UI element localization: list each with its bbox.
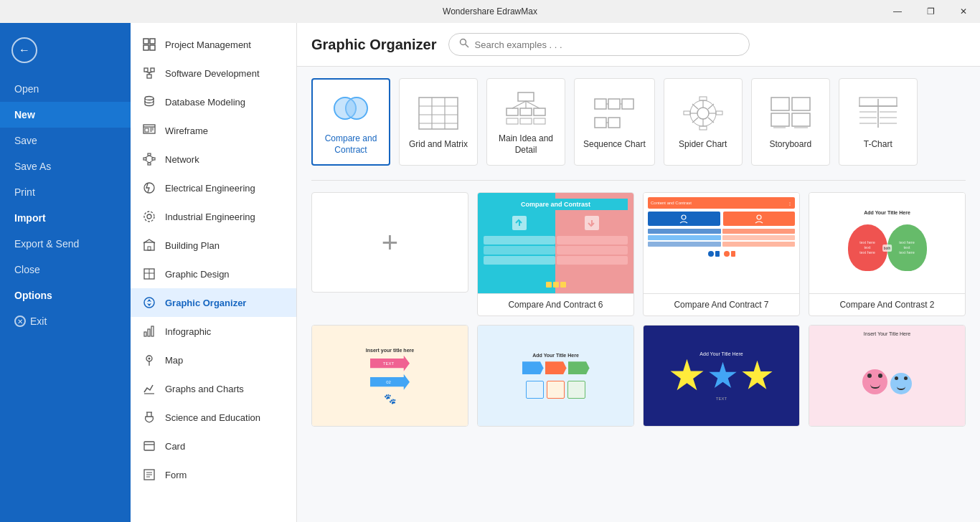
sidebar-item-new[interactable]: New [0,102,131,128]
sidebar-item-import[interactable]: Import [0,205,131,231]
close-button[interactable]: ✕ [947,0,980,23]
storyboard-icon [769,94,812,133]
svg-rect-78 [595,118,606,128]
svg-line-87 [692,104,698,109]
search-box[interactable] [448,33,750,56]
example-card-bottom1[interactable]: Insert your title here TEXT 02 [311,325,468,427]
sidebar-item-close[interactable]: Close [0,257,131,283]
template-card-t-chart[interactable]: T-Chart [839,78,918,166]
sidebar-item-export[interactable]: Export & Send [0,231,131,257]
sidebar-item-options[interactable]: Options [0,283,131,308]
software-icon [142,66,156,80]
category-item-database[interactable]: Database Modeling [131,87,296,116]
category-label: Building Plan [165,240,220,251]
svg-rect-13 [145,128,149,132]
template-card-spider-chart[interactable]: Spider Chart [664,78,743,166]
sidebar-item-open[interactable]: Open [0,76,131,102]
svg-rect-29 [148,247,151,250]
category-label: Form [165,470,187,480]
content-scroll-area[interactable]: Compare andContract [297,67,980,522]
graphs-icon [142,381,156,396]
category-item-science[interactable]: Science and Education [131,403,296,432]
svg-line-88 [708,118,714,123]
svg-point-112 [682,215,686,219]
svg-rect-38 [151,326,154,336]
template-card-compare-contract[interactable]: Compare andContract [311,78,390,166]
svg-point-26 [147,214,151,219]
category-label: Wireframe [165,125,208,136]
category-item-network[interactable]: Network [131,145,296,174]
example-card-bottom2[interactable]: Add Your Title Here [477,325,634,427]
template-card-main-idea[interactable]: Main Idea andDetail [486,78,565,166]
category-item-building[interactable]: Building Plan [131,231,296,260]
svg-rect-98 [792,113,810,126]
svg-rect-97 [771,113,789,126]
category-item-industrial[interactable]: Industrial Engineering [131,202,296,231]
category-item-graphic-organizer[interactable]: Graphic Organizer [131,288,296,317]
example-card-bottom4[interactable]: Insert Your Title Here [809,325,966,427]
example-image-cc2: Add Your Title Here text heretexttext he… [809,193,965,293]
category-item-project-mgmt[interactable]: Project Management [131,30,296,59]
svg-rect-73 [595,99,606,109]
template-label: Compare andContract [325,133,377,156]
sidebar-item-save[interactable]: Save [0,128,131,153]
svg-line-52 [465,44,468,48]
template-card-sequence-chart[interactable]: Sequence Chart [574,78,655,166]
back-button[interactable]: ← [0,30,131,70]
svg-rect-79 [608,118,620,128]
sidebar-item-print[interactable]: Print [0,179,131,205]
category-item-card[interactable]: Card [131,432,296,460]
graphic-design-icon [142,267,156,281]
svg-rect-1 [150,39,155,44]
section-divider [311,180,966,181]
svg-rect-72 [534,118,545,124]
svg-rect-74 [608,99,620,109]
example-card-bottom3[interactable]: Add Your Title Here TEXT [643,325,800,427]
back-circle-icon[interactable]: ← [11,37,37,63]
example-card-cc2[interactable]: Add Your Title Here text heretexttext he… [809,192,966,316]
category-item-graphic-design[interactable]: Graphic Design [131,260,296,288]
example-image-bottom4: Insert Your Title Here [809,326,965,426]
svg-marker-35 [147,303,151,306]
restore-button[interactable]: ❐ [914,0,947,23]
content-header: Graphic Organizer [297,23,980,67]
category-item-wireframe[interactable]: Wireframe [131,116,296,145]
category-item-form[interactable]: Form [131,460,296,489]
category-label: Graphic Organizer [165,298,246,308]
t-chart-icon [857,94,900,133]
svg-rect-70 [507,118,518,124]
sidebar-item-save-as[interactable]: Save As [0,153,131,179]
category-item-graphs[interactable]: Graphs and Charts [131,374,296,403]
category-label: Software Development [165,68,260,79]
map-icon [142,353,156,367]
building-icon [142,238,156,252]
category-item-electrical[interactable]: Electrical Engineering [131,174,296,202]
category-item-software[interactable]: Software Development [131,59,296,87]
content-area: Graphic Organizer [297,23,980,522]
category-label: Project Management [165,39,251,50]
category-item-map[interactable]: Map [131,346,296,374]
spider-chart-icon [682,94,725,133]
category-item-infographic[interactable]: Infographic [131,317,296,346]
template-label: Grid and Matrix [409,139,468,151]
template-card-storyboard[interactable]: Storyboard [751,78,830,166]
svg-line-69 [526,101,540,108]
example-card-cc6[interactable]: Compare and Contrast [477,192,634,316]
grid-matrix-icon [417,94,460,133]
example-card-cc7[interactable]: Content and Contrast ⋮ [643,192,800,316]
category-label: Map [165,355,183,366]
search-icon [459,38,469,51]
minimize-button[interactable]: — [881,0,914,23]
svg-rect-0 [143,39,149,44]
svg-rect-93 [684,111,690,115]
svg-point-81 [697,108,709,119]
new-blank-card[interactable]: + [311,192,468,293]
search-input[interactable] [475,39,739,50]
svg-rect-36 [144,332,146,336]
template-card-grid-matrix[interactable]: Grid and Matrix [399,78,478,166]
template-label: Storyboard [769,139,811,151]
sidebar-item-exit[interactable]: ✕ Exit [0,308,131,334]
category-label: Science and Education [165,412,260,423]
svg-line-89 [708,104,714,109]
category-label: Infographic [165,326,211,337]
